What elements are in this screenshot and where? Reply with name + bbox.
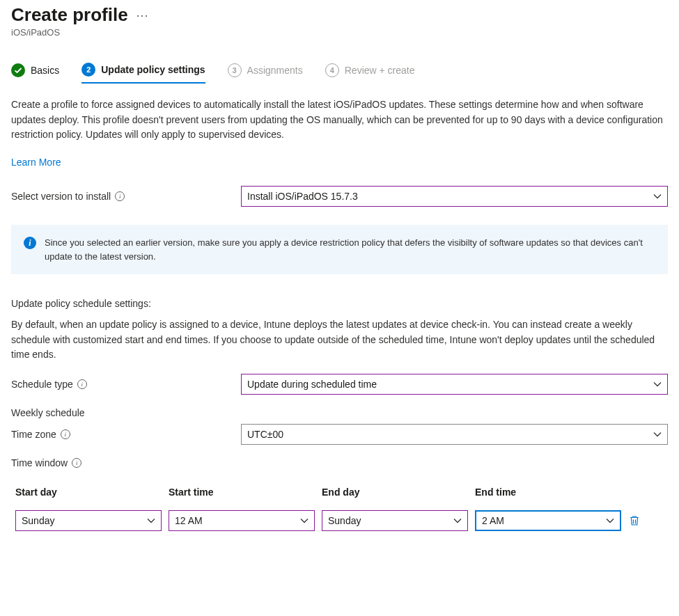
end-day-select[interactable]: Sunday	[322, 510, 468, 531]
info-callout: i Since you selected an earlier version,…	[11, 225, 668, 274]
info-icon[interactable]: i	[115, 191, 125, 201]
step-label: Update policy settings	[101, 64, 205, 75]
version-select[interactable]: Install iOS/iPadOS 15.7.3	[241, 186, 668, 207]
end-day-value: Sunday	[328, 515, 361, 526]
page-subtitle: iOS/iPadOS	[11, 27, 668, 38]
chevron-down-icon	[453, 516, 462, 525]
end-time-select[interactable]: 2 AM	[475, 510, 621, 531]
info-message: Since you selected an earlier version, m…	[45, 236, 655, 263]
schedule-type-label: Schedule type	[11, 379, 73, 390]
info-icon[interactable]: i	[77, 379, 87, 389]
schedule-description: By default, when an update policy is ass…	[11, 317, 668, 363]
timezone-value: UTC±00	[247, 429, 283, 440]
info-icon: i	[24, 237, 36, 249]
col-start-time: Start time	[169, 487, 315, 503]
chevron-down-icon	[653, 192, 662, 200]
step-bar: Basics 2 Update policy settings 3 Assign…	[11, 63, 668, 84]
step-review-create[interactable]: 4 Review + create	[325, 63, 415, 83]
step-update-policy-settings[interactable]: 2 Update policy settings	[81, 63, 205, 84]
step-basics[interactable]: Basics	[11, 63, 59, 83]
version-label: Select version to install	[11, 191, 111, 202]
info-icon[interactable]: i	[61, 429, 70, 439]
step-number-icon: 4	[325, 63, 339, 77]
start-day-select[interactable]: Sunday	[15, 510, 162, 531]
schedule-heading: Update policy schedule settings:	[11, 298, 668, 309]
col-end-time: End time	[475, 487, 621, 503]
start-day-value: Sunday	[22, 515, 54, 526]
description-text: Create a profile to force assigned devic…	[11, 97, 668, 143]
check-icon	[11, 63, 25, 77]
version-value: Install iOS/iPadOS 15.7.3	[247, 191, 358, 202]
chevron-down-icon	[606, 516, 614, 525]
delete-row-button[interactable]	[628, 514, 648, 527]
timezone-select[interactable]: UTC±00	[241, 424, 668, 445]
time-window-grid: Start day Start time End day End time Su…	[11, 487, 668, 531]
info-icon[interactable]: i	[72, 458, 81, 468]
weekly-schedule-label: Weekly schedule	[11, 407, 668, 418]
step-assignments[interactable]: 3 Assignments	[228, 63, 303, 83]
step-number-icon: 2	[81, 63, 95, 77]
step-number-icon: 3	[228, 63, 242, 77]
more-button[interactable]: ...	[136, 6, 149, 24]
end-time-value: 2 AM	[482, 515, 504, 526]
start-time-value: 12 AM	[175, 515, 203, 526]
start-time-select[interactable]: 12 AM	[169, 510, 315, 531]
learn-more-link[interactable]: Learn More	[11, 157, 61, 168]
schedule-type-value: Update during scheduled time	[247, 379, 377, 390]
schedule-type-select[interactable]: Update during scheduled time	[241, 374, 668, 395]
time-window-label: Time window	[11, 457, 68, 468]
step-label: Assignments	[247, 65, 303, 76]
page-title: Create profile	[11, 4, 128, 26]
chevron-down-icon	[653, 430, 662, 439]
step-label: Basics	[31, 65, 59, 76]
col-end-day: End day	[322, 487, 468, 503]
timezone-label: Time zone	[11, 429, 56, 440]
chevron-down-icon	[653, 380, 662, 388]
step-label: Review + create	[345, 65, 415, 76]
chevron-down-icon	[147, 516, 155, 525]
col-start-day: Start day	[15, 487, 162, 503]
chevron-down-icon	[300, 516, 309, 525]
